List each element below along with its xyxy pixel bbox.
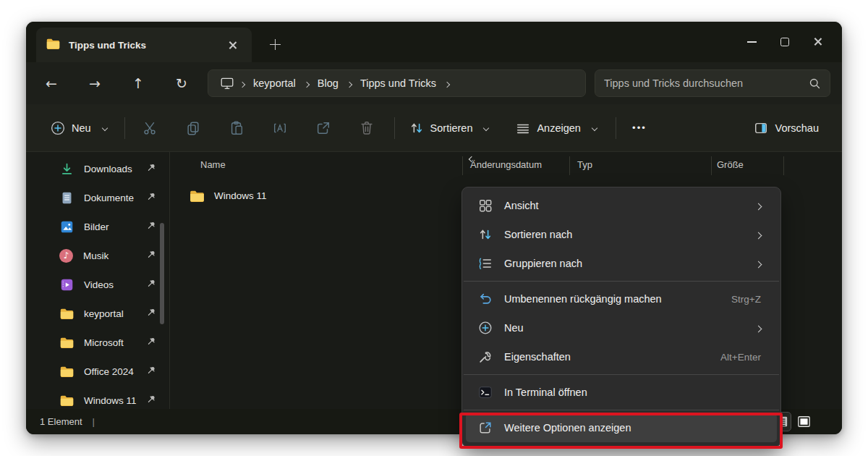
- share-button[interactable]: [307, 114, 339, 143]
- chevron-down-icon: [483, 124, 489, 130]
- menu-item-label: Eigenschaften: [504, 351, 720, 363]
- menu-item-ansicht[interactable]: Ansicht: [466, 191, 777, 220]
- chevron-right-icon: [756, 257, 761, 270]
- breadcrumb-keyportal[interactable]: keyportal: [247, 77, 302, 89]
- column-divider[interactable]: [711, 156, 712, 175]
- column-divider[interactable]: [462, 156, 463, 175]
- search-icon[interactable]: [809, 77, 821, 90]
- sidebar-item-label: keyportal: [84, 308, 147, 319]
- sort-button[interactable]: Sortieren: [401, 114, 498, 143]
- menu-item-weitere-optionen[interactable]: Weitere Optionen anzeigen: [466, 413, 777, 442]
- sidebar-item-label: Microsoft: [84, 337, 147, 348]
- view-button[interactable]: Anzeigen: [507, 114, 605, 143]
- menu-item-label: Ansicht: [504, 200, 756, 211]
- sidebar-item-musik[interactable]: ♪ Musik: [33, 241, 163, 270]
- toolbar-divider: [124, 117, 125, 139]
- menu-item-neu[interactable]: Neu: [466, 313, 777, 342]
- chevron-right-icon: [756, 228, 761, 241]
- new-button[interactable]: Neu: [42, 114, 116, 143]
- column-header-name[interactable]: Name: [200, 159, 226, 170]
- menu-item-eigenschaften[interactable]: Eigenschaften Alt+Enter: [466, 342, 777, 371]
- search-input[interactable]: [604, 77, 809, 89]
- documents-icon: [59, 190, 74, 205]
- tab-close-icon[interactable]: [223, 35, 242, 54]
- forward-icon[interactable]: →: [81, 70, 109, 96]
- cut-icon: [142, 120, 158, 136]
- sidebar-item-label: Musik: [83, 250, 147, 261]
- column-header-date[interactable]: Änderungsdatum: [470, 159, 542, 170]
- sidebar-item-dokumente[interactable]: Dokumente: [33, 183, 163, 212]
- sidebar-item-office-2024[interactable]: Office 2024: [33, 357, 163, 386]
- new-tab-button[interactable]: [262, 32, 288, 56]
- close-icon: [813, 37, 824, 48]
- menu-item-sortieren-nach[interactable]: Sortieren nach: [466, 220, 777, 249]
- column-divider[interactable]: [783, 156, 784, 175]
- item-count: 1 Element: [40, 416, 82, 427]
- preview-button[interactable]: Vorschau: [754, 121, 819, 135]
- up-icon[interactable]: ↑: [124, 70, 152, 96]
- pin-icon: [147, 365, 156, 378]
- refresh-icon[interactable]: ↻: [168, 70, 195, 96]
- pin-icon: [147, 249, 156, 262]
- copy-button[interactable]: [177, 114, 209, 143]
- breadcrumb-blog[interactable]: Blog: [312, 77, 344, 89]
- context-menu: Ansicht Sortieren nach Gruppieren nach U…: [461, 187, 781, 447]
- minimize-button[interactable]: [735, 28, 768, 56]
- sidebar-item-label: Videos: [84, 279, 147, 290]
- sidebar-item-microsoft[interactable]: Microsoft: [33, 328, 163, 357]
- menu-item-gruppieren-nach[interactable]: Gruppieren nach: [466, 249, 777, 278]
- close-button[interactable]: [801, 28, 835, 56]
- column-header-size[interactable]: Größe: [717, 159, 744, 170]
- column-header-type[interactable]: Typ: [577, 159, 592, 170]
- pin-icon: [147, 162, 156, 175]
- breadcrumb-tipps-und-tricks[interactable]: Tipps und Tricks: [354, 77, 442, 89]
- shortcut-label: Alt+Enter: [720, 352, 761, 363]
- chevron-right-icon: [445, 77, 449, 90]
- see-more-button[interactable]: •••: [624, 114, 655, 143]
- sidebar-item-downloads[interactable]: Downloads: [33, 154, 163, 183]
- menu-item-umbenennen-rueckgaengig[interactable]: Umbenennen rückgängig machen Strg+Z: [466, 284, 777, 313]
- command-bar: Neu: [26, 104, 842, 152]
- minimize-icon: [747, 41, 757, 43]
- column-divider[interactable]: [569, 156, 570, 175]
- menu-separator: [464, 281, 779, 282]
- menu-item-label: Neu: [504, 322, 756, 334]
- this-pc-icon: [220, 77, 234, 90]
- menu-item-in-terminal-oeffnen[interactable]: In Terminal öffnen: [466, 378, 777, 407]
- chevron-right-icon: [756, 321, 761, 334]
- trash-icon: [359, 120, 375, 136]
- pin-icon: [147, 394, 156, 407]
- sidebar-scrollbar[interactable]: [160, 223, 164, 324]
- rename-button[interactable]: [264, 114, 296, 143]
- search-box[interactable]: [595, 69, 830, 97]
- thumbnail-view-button[interactable]: [795, 413, 813, 431]
- folder-icon: [59, 393, 74, 408]
- paste-button[interactable]: [221, 114, 252, 143]
- tab-title: Tipps und Tricks: [69, 40, 223, 51]
- sidebar-item-keyportal[interactable]: keyportal: [33, 299, 163, 328]
- sidebar-item-label: Dokumente: [84, 193, 147, 203]
- menu-item-label: Sortieren nach: [504, 229, 756, 240]
- sidebar-item-bilder[interactable]: Bilder: [33, 212, 163, 241]
- menu-separator: [464, 374, 779, 375]
- share-icon: [315, 120, 331, 136]
- sidebar-item-label: Downloads: [84, 164, 147, 174]
- breadcrumb[interactable]: keyportal Blog Tipps und Tricks: [208, 69, 586, 97]
- preview-pane-icon: [754, 121, 768, 135]
- tab-tipps-und-tricks[interactable]: Tipps und Tricks: [36, 28, 252, 62]
- screenshot-stage: Tipps und Tricks ← → ↑ ↻: [0, 0, 868, 456]
- undo-icon: [477, 292, 493, 307]
- plus-circle-icon: [51, 121, 65, 135]
- cut-button[interactable]: [134, 114, 166, 143]
- file-row-windows-11[interactable]: Windows 11: [178, 182, 482, 208]
- sidebar-item-videos[interactable]: Videos: [33, 270, 163, 299]
- window-controls: [735, 22, 835, 62]
- maximize-button[interactable]: [768, 28, 801, 56]
- chevron-down-icon: [592, 124, 597, 130]
- pictures-icon: [59, 219, 74, 234]
- chevron-right-icon: [240, 77, 244, 90]
- delete-button[interactable]: [351, 114, 383, 143]
- sort-button-label: Sortieren: [430, 122, 473, 134]
- menu-separator: [464, 410, 779, 410]
- back-icon[interactable]: ←: [38, 70, 65, 96]
